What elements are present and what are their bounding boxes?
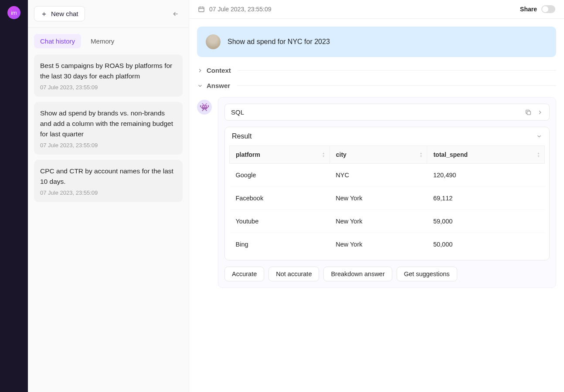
answer-body: SQL Result: [218, 97, 556, 288]
column-header-total-spend[interactable]: total_spend ▲▼: [427, 146, 545, 164]
sql-label: SQL: [231, 108, 244, 116]
history-item[interactable]: Best 5 campaigns by ROAS by platforms fo…: [34, 54, 183, 97]
sql-toggle-row[interactable]: SQL: [224, 104, 550, 121]
col-label: platform: [236, 151, 260, 158]
context-section-header[interactable]: Context: [197, 67, 556, 74]
topbar: 07 Jule 2023, 23:55:09 Share: [189, 0, 564, 19]
history-item-date: 07 Jule 2023, 23:55:09: [40, 189, 177, 196]
chevron-down-icon[interactable]: [536, 133, 542, 139]
main-panel: 07 Jule 2023, 23:55:09 Share Show ad spe…: [189, 0, 564, 392]
sort-icon: ▲▼: [322, 152, 325, 158]
chevron-down-icon: [197, 83, 203, 89]
result-table: platform ▲▼ city ▲▼ total_spend ▲▼: [229, 145, 545, 256]
history-item-title: Best 5 campaigns by ROAS by platforms fo…: [40, 61, 177, 81]
cell-platform: Bing: [230, 233, 330, 256]
table-row: Youtube New York 59,000: [230, 210, 545, 233]
answer-section-header[interactable]: Answer: [197, 82, 556, 89]
share-toggle[interactable]: [541, 5, 555, 13]
column-header-platform[interactable]: platform ▲▼: [230, 146, 330, 164]
cell-platform: Youtube: [230, 210, 330, 233]
app-rail: im: [0, 0, 28, 392]
divider: [28, 27, 189, 28]
prompt-banner: Show ad spend for NYC for 2023: [197, 27, 556, 57]
cell-city: New York: [330, 187, 427, 210]
share-label: Share: [520, 6, 537, 13]
context-label: Context: [207, 67, 231, 74]
new-chat-button[interactable]: ＋ New chat: [34, 6, 85, 21]
chevron-right-icon: [197, 68, 203, 74]
accurate-button[interactable]: Accurate: [224, 267, 264, 281]
breakdown-answer-button[interactable]: Breakdown answer: [323, 267, 392, 281]
svg-rect-0: [199, 7, 204, 12]
tab-memory[interactable]: Memory: [85, 34, 120, 48]
new-chat-label: New chat: [51, 10, 78, 17]
not-accurate-button[interactable]: Not accurate: [268, 267, 319, 281]
result-title: Result: [232, 132, 251, 140]
prompt-text: Show ad spend for NYC for 2023: [228, 38, 330, 46]
cell-total-spend: 69,112: [427, 187, 545, 210]
chat-history-list: Best 5 campaigns by ROAS by platforms fo…: [34, 54, 183, 202]
col-label: total_spend: [433, 151, 468, 158]
cell-total-spend: 50,000: [427, 233, 545, 256]
table-row: Facebook New York 69,112: [230, 187, 545, 210]
sidebar: ＋ New chat Chat history Memory Best 5 ca…: [28, 0, 189, 392]
cell-total-spend: 120,490: [427, 164, 545, 187]
get-suggestions-button[interactable]: Get suggestions: [397, 267, 457, 281]
collapse-sidebar-button[interactable]: [169, 7, 183, 21]
answer-label: Answer: [207, 82, 230, 89]
calendar-icon: [198, 6, 205, 13]
table-row: Bing New York 50,000: [230, 233, 545, 256]
topbar-date: 07 Jule 2023, 23:55:09: [209, 6, 271, 13]
sort-icon: ▲▼: [537, 152, 540, 158]
app-logo[interactable]: im: [7, 6, 20, 19]
column-header-city[interactable]: city ▲▼: [330, 146, 427, 164]
chevron-right-icon: [537, 109, 543, 115]
cell-city: New York: [330, 210, 427, 233]
history-item[interactable]: CPC and CTR by account names for the las…: [34, 160, 183, 202]
cell-city: New York: [330, 233, 427, 256]
answer-block: 👾 SQL Result: [197, 97, 556, 288]
table-row: Google NYC 120,490: [230, 164, 545, 187]
history-item-title: Show ad spend by brands vs. non-brands a…: [40, 108, 177, 139]
history-item[interactable]: Show ad spend by brands vs. non-brands a…: [34, 102, 183, 155]
plus-icon: ＋: [41, 10, 48, 17]
col-label: city: [336, 151, 347, 158]
svg-rect-1: [527, 111, 530, 115]
bot-avatar: 👾: [197, 100, 212, 115]
user-avatar: [206, 34, 221, 49]
content-area: Show ad spend for NYC for 2023 Context A…: [189, 19, 564, 392]
copy-icon[interactable]: [525, 109, 532, 116]
arrow-left-icon: [172, 10, 179, 17]
cell-platform: Facebook: [230, 187, 330, 210]
cell-total-spend: 59,000: [427, 210, 545, 233]
cell-platform: Google: [230, 164, 330, 187]
sidebar-tabs: Chat history Memory: [34, 34, 183, 48]
history-item-date: 07 Jule 2023, 23:55:09: [40, 142, 177, 149]
feedback-row: Accurate Not accurate Breakdown answer G…: [224, 267, 550, 281]
result-card: Result platform ▲▼: [224, 127, 550, 260]
history-item-date: 07 Jule 2023, 23:55:09: [40, 84, 177, 91]
history-item-title: CPC and CTR by account names for the las…: [40, 166, 177, 187]
cell-city: NYC: [330, 164, 427, 187]
sort-icon: ▲▼: [419, 152, 422, 158]
tab-chat-history[interactable]: Chat history: [34, 34, 81, 48]
